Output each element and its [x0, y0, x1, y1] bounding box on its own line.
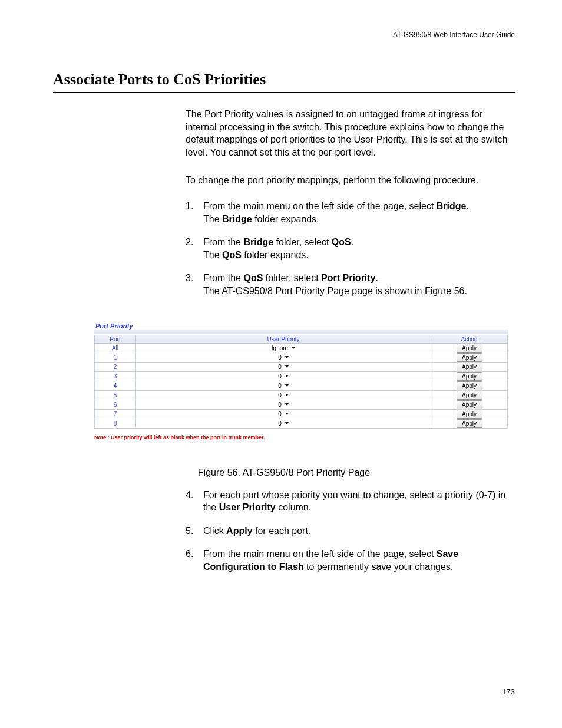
panel-gradient — [94, 330, 508, 334]
step-bold: Bridge — [222, 214, 252, 224]
chevron-down-icon — [285, 384, 289, 387]
step-text: From the — [203, 273, 243, 283]
priority-dropdown[interactable]: 0 — [278, 401, 289, 408]
step-text: to permanently save your changes. — [304, 562, 453, 572]
table-row: 30Apply — [95, 371, 508, 381]
step-bold: Apply — [226, 526, 252, 536]
step-text: The AT-GS950/8 Port Priority Page page i… — [203, 286, 467, 296]
trunk-member-note: Note : User priority will left as blank … — [94, 434, 508, 440]
port-priority-table: Port User Priority Action AllIgnoreApply… — [94, 335, 508, 429]
apply-button[interactable]: Apply — [457, 344, 482, 353]
step-text: The — [203, 214, 222, 224]
action-cell: Apply — [431, 362, 508, 371]
step-3: From the QoS folder, select Port Priorit… — [186, 272, 515, 297]
figure-caption: Figure 56. AT-GS950/8 Port Priority Page — [53, 467, 515, 478]
priority-dropdown[interactable]: 0 — [278, 373, 289, 380]
port-cell: All — [95, 343, 136, 353]
priority-value: 0 — [278, 411, 282, 417]
table-row: 80Apply — [95, 419, 508, 428]
action-cell: Apply — [431, 400, 508, 409]
step-text: column. — [276, 502, 311, 512]
port-cell: 6 — [95, 400, 136, 409]
step-6: From the main menu on the left side of t… — [186, 548, 515, 573]
priority-value: 0 — [278, 354, 282, 361]
step-text: . — [351, 237, 353, 247]
step-bold: QoS — [332, 237, 351, 247]
section-title: Associate Ports to CoS Priorities — [53, 71, 515, 93]
user-priority-cell: 0 — [136, 371, 431, 381]
priority-dropdown[interactable]: 0 — [278, 354, 289, 361]
step-text: From the main menu on the left side of t… — [203, 201, 437, 211]
chevron-down-icon — [285, 394, 289, 396]
action-cell: Apply — [431, 409, 508, 419]
chevron-down-icon — [285, 365, 289, 368]
apply-button[interactable]: Apply — [457, 410, 482, 419]
port-cell: 4 — [95, 381, 136, 390]
body-column-continued: For each port whose priority you want to… — [186, 489, 515, 574]
priority-value: 0 — [278, 383, 282, 389]
port-priority-figure: Port Priority Port User Priority Action … — [94, 321, 508, 440]
step-bold: QoS — [222, 250, 242, 260]
step-2: From the Bridge folder, select QoS. The … — [186, 236, 515, 261]
step-text: folder expands. — [242, 250, 309, 260]
intro-paragraph-1: The Port Priority values is assigned to … — [186, 108, 515, 159]
port-cell: 1 — [95, 353, 136, 362]
col-header-port: Port — [95, 335, 136, 343]
priority-dropdown[interactable]: 0 — [278, 411, 289, 417]
chevron-down-icon — [285, 413, 289, 415]
apply-button[interactable]: Apply — [457, 372, 482, 381]
chevron-down-icon — [285, 422, 289, 424]
document-page: AT-GS950/8 Web Interface User Guide Asso… — [0, 0, 562, 728]
user-priority-cell: 0 — [136, 400, 431, 409]
priority-dropdown[interactable]: 0 — [278, 392, 289, 398]
step-text: From the main menu on the left side of t… — [203, 549, 437, 559]
apply-button[interactable]: Apply — [457, 419, 482, 428]
step-bold: User Priority — [219, 502, 276, 512]
table-row: 50Apply — [95, 390, 508, 400]
step-4: For each port whose priority you want to… — [186, 489, 515, 514]
table-row: 20Apply — [95, 362, 508, 371]
priority-value: Ignore — [272, 345, 288, 351]
apply-button[interactable]: Apply — [457, 381, 482, 390]
action-cell: Apply — [431, 419, 508, 428]
user-priority-cell: 0 — [136, 390, 431, 400]
step-text: Click — [203, 526, 226, 536]
user-priority-cell: 0 — [136, 419, 431, 428]
step-bold: QoS — [243, 273, 263, 283]
step-5: Click Apply for each port. — [186, 525, 515, 538]
priority-value: 0 — [278, 364, 282, 370]
apply-button[interactable]: Apply — [457, 391, 482, 400]
priority-value: 0 — [278, 420, 282, 427]
running-header: AT-GS950/8 Web Interface User Guide — [393, 31, 515, 39]
priority-dropdown[interactable]: 0 — [278, 420, 289, 427]
step-text: folder, select — [273, 237, 332, 247]
page-number: 173 — [502, 687, 515, 696]
action-cell: Apply — [431, 390, 508, 400]
action-cell: Apply — [431, 381, 508, 390]
priority-dropdown[interactable]: 0 — [278, 364, 289, 370]
user-priority-cell: 0 — [136, 381, 431, 390]
port-cell: 3 — [95, 371, 136, 381]
action-cell: Apply — [431, 371, 508, 381]
body-column: The Port Priority values is assigned to … — [186, 108, 515, 298]
priority-dropdown[interactable]: 0 — [278, 383, 289, 389]
step-1: From the main menu on the left side of t… — [186, 200, 515, 225]
priority-dropdown[interactable]: Ignore — [272, 345, 295, 351]
port-cell: 2 — [95, 362, 136, 371]
user-priority-cell: 0 — [136, 409, 431, 419]
action-cell: Apply — [431, 343, 508, 353]
apply-button[interactable]: Apply — [457, 400, 482, 409]
step-bold: Bridge — [437, 201, 467, 211]
user-priority-cell: 0 — [136, 362, 431, 371]
port-cell: 5 — [95, 390, 136, 400]
action-cell: Apply — [431, 353, 508, 362]
table-header-row: Port User Priority Action — [95, 335, 508, 343]
apply-button[interactable]: Apply — [457, 353, 482, 362]
user-priority-cell: 0 — [136, 353, 431, 362]
chevron-down-icon — [285, 356, 289, 358]
port-cell: 7 — [95, 409, 136, 419]
priority-value: 0 — [278, 401, 282, 408]
port-cell: 8 — [95, 419, 136, 428]
step-text: From the — [203, 237, 243, 247]
apply-button[interactable]: Apply — [457, 363, 482, 371]
